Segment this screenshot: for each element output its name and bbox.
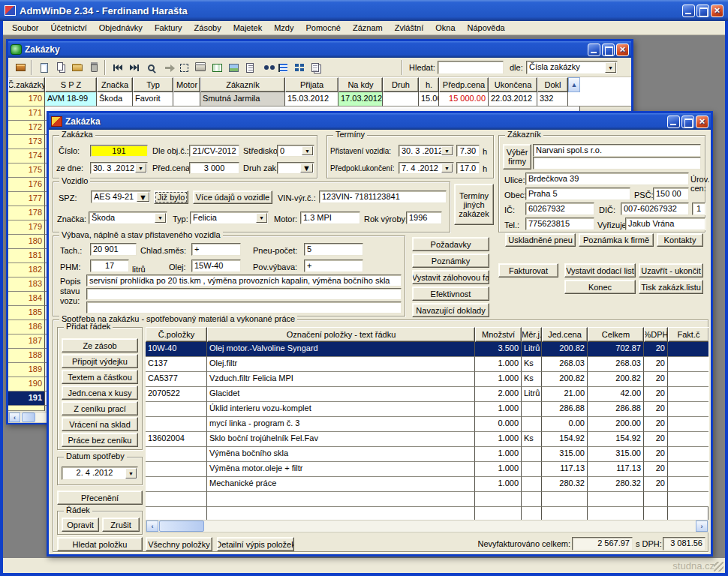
- open-icon[interactable]: [70, 60, 85, 75]
- condition-line2-field[interactable]: [86, 288, 402, 300]
- cell-est-price[interactable]: 15 000.00: [439, 92, 489, 106]
- tisk-listu-button[interactable]: Tisk zakázk.listu: [639, 280, 703, 294]
- cell-total[interactable]: 286.88: [588, 402, 644, 417]
- orders-titlebar[interactable]: Zakázky: [8, 41, 631, 58]
- cell-unit-price[interactable]: 154.92: [542, 432, 588, 447]
- last-record-icon[interactable]: [127, 60, 142, 75]
- cell-total[interactable]: 200.00: [588, 417, 644, 432]
- minimize-icon[interactable]: [588, 44, 600, 56]
- druh-zak-combo[interactable]: [277, 162, 314, 174]
- consumption-date-combo[interactable]: 2. 4 .2012: [62, 466, 138, 480]
- jedn-cena-kusy-button[interactable]: Jedn.cena x kusy: [62, 386, 138, 400]
- cell-total[interactable]: 268.03: [588, 357, 644, 372]
- uzavrit-button[interactable]: Uzavřít - ukončit: [639, 263, 703, 278]
- item-row-empty[interactable]: [146, 492, 708, 507]
- pristaveni-date-combo[interactable]: 30. 3 .2012: [399, 145, 454, 157]
- column-header[interactable]: Motor: [173, 77, 200, 92]
- combo-arrow-icon[interactable]: [155, 213, 166, 223]
- coolant-field[interactable]: +: [191, 243, 241, 256]
- cell-unit-price[interactable]: 200.82: [542, 372, 588, 387]
- minimize-icon[interactable]: [667, 116, 680, 128]
- print-icon[interactable]: [193, 60, 208, 75]
- cell-order-number[interactable]: 173: [8, 135, 45, 149]
- cell-order-number[interactable]: 174: [8, 149, 45, 164]
- orders-hscrollbar[interactable]: ‹: [8, 412, 47, 423]
- cell-unit[interactable]: Litrů: [522, 342, 542, 357]
- cell-qty[interactable]: 2.000: [475, 387, 522, 402]
- cell-type[interactable]: Favorit: [133, 92, 173, 106]
- exit-icon[interactable]: [13, 60, 28, 75]
- item-row[interactable]: mycí linka - program č. 3 0.000 0.00 200…: [146, 417, 708, 432]
- cell-unit-price[interactable]: 286.88: [542, 402, 588, 417]
- cell-order-number[interactable]: 189: [8, 363, 45, 377]
- year-field[interactable]: 1996: [406, 212, 442, 224]
- item-row[interactable]: C137 Olej.filtr 1.000 Ks 268.03 268.03 2…: [146, 357, 708, 372]
- cell-order-number[interactable]: 176: [8, 178, 45, 192]
- cell-order-number[interactable]: 191: [8, 392, 45, 406]
- cell-invoice[interactable]: [668, 357, 708, 372]
- cell-order-number[interactable]: 170: [8, 92, 45, 106]
- menu-zvlastni[interactable]: Zvláštní: [389, 22, 430, 34]
- order-dialog-titlebar[interactable]: Zakázka: [49, 113, 711, 130]
- item-row-selected[interactable]: 10W-40 Olej motor.-Valvoline Syngard 3.5…: [146, 342, 708, 357]
- pozadavky-button[interactable]: Požadavky: [412, 237, 489, 251]
- condition-line3-field[interactable]: [86, 302, 402, 314]
- menu-majetek[interactable]: Majetek: [227, 22, 269, 34]
- combo-arrow-icon[interactable]: [137, 192, 149, 202]
- konec-button[interactable]: Konec: [564, 280, 636, 294]
- motor-field[interactable]: 1.3 MPI: [300, 212, 360, 224]
- column-header[interactable]: Celkem: [588, 327, 644, 342]
- column-header[interactable]: S P Z: [45, 77, 97, 92]
- cell-qty[interactable]: 1.000: [475, 462, 522, 477]
- column-header[interactable]: Na kdy: [338, 77, 383, 92]
- cell-vat[interactable]: 20: [644, 402, 668, 417]
- fakturovat-button[interactable]: Fakturovat: [498, 263, 558, 278]
- stredisko-combo[interactable]: 0: [277, 145, 314, 157]
- cell-item-code[interactable]: 2070522: [146, 387, 207, 402]
- cell-invoice[interactable]: [668, 387, 708, 402]
- column-header[interactable]: Jed.cena: [542, 327, 588, 342]
- column-header[interactable]: Zákazník: [200, 77, 285, 92]
- cell-unit[interactable]: [522, 417, 542, 432]
- poznamky-button[interactable]: Poznámky: [412, 254, 489, 268]
- cell-order-number[interactable]: 184: [8, 292, 45, 306]
- column-header[interactable]: Měr.j.: [522, 327, 542, 342]
- cell-vat[interactable]: 20: [644, 357, 668, 372]
- binoculars-icon[interactable]: [259, 60, 274, 75]
- cell-item-code[interactable]: C137: [146, 357, 207, 372]
- cell-qty[interactable]: 0.000: [475, 417, 522, 432]
- cell-unit[interactable]: [522, 447, 542, 462]
- cell-invoice[interactable]: [668, 372, 708, 387]
- scroll-left-icon[interactable]: ‹: [146, 520, 158, 532]
- column-header[interactable]: Předp.cena: [439, 77, 489, 92]
- cell-vat[interactable]: 20: [644, 477, 668, 492]
- zalohova-fa-button[interactable]: Vystavit zálohovou fa: [412, 270, 489, 284]
- cell-unit[interactable]: [522, 462, 542, 477]
- column-header[interactable]: Fakt.č: [668, 327, 708, 342]
- fuel-field[interactable]: 17: [90, 260, 129, 272]
- cell-order-number[interactable]: 183: [8, 278, 45, 292]
- predpokl-time-field[interactable]: 17.0: [456, 162, 480, 174]
- cell-item-code[interactable]: 10W-40: [146, 342, 207, 357]
- predpokl-date-combo[interactable]: 7. 4 .2012: [399, 162, 454, 174]
- cell-unit[interactable]: Ks: [522, 357, 542, 372]
- cell-total[interactable]: 154.92: [588, 432, 644, 447]
- cell-item-text[interactable]: Mechanické práce: [207, 477, 475, 492]
- order-number-field[interactable]: 191: [90, 145, 148, 157]
- item-row[interactable]: Výměna bočního skla 1.000 315.00 315.00 …: [146, 447, 708, 462]
- cell-unit[interactable]: Ks: [522, 372, 542, 387]
- column-header[interactable]: Ukončena: [489, 77, 537, 92]
- cell-unit-price[interactable]: 315.00: [542, 447, 588, 462]
- uskladnene-pneu-button[interactable]: Uskladněné pneu: [505, 233, 576, 247]
- column-header[interactable]: Typ: [133, 77, 173, 92]
- ic-field[interactable]: 60267932: [525, 202, 594, 215]
- item-row[interactable]: 2070522 Glacidet 2.000 Litrů 21.00 42.00…: [146, 387, 708, 402]
- scroll-left-icon[interactable]: ‹: [9, 412, 20, 422]
- cell-item-text[interactable]: Výměna bočního skla: [207, 447, 475, 462]
- select-icon[interactable]: [176, 60, 191, 75]
- cell-unit-price[interactable]: 268.03: [542, 357, 588, 372]
- cell-item-text[interactable]: Úklid interieru vozu-komplet: [207, 402, 475, 417]
- ze-zasob-button[interactable]: Ze zásob: [62, 338, 138, 352]
- vraceni-na-sklad-button[interactable]: Vrácení na sklad: [62, 417, 138, 431]
- vehicle-details-button[interactable]: Více údajů o vozidle: [193, 190, 272, 204]
